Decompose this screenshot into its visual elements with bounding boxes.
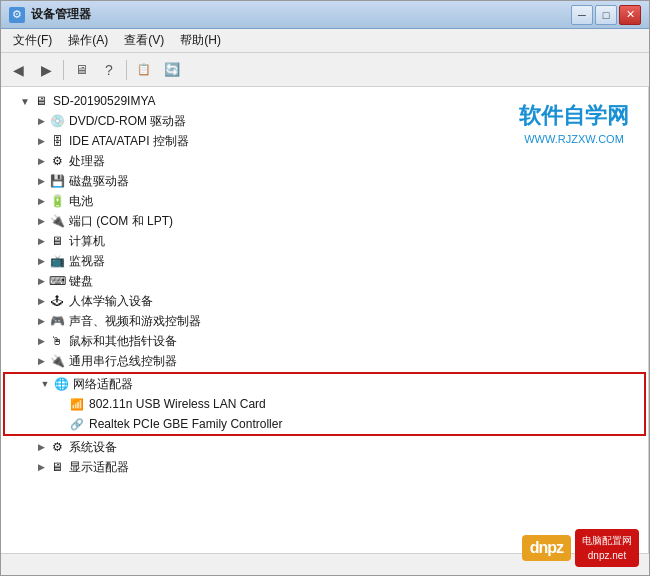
computer-icon: 🖥 — [33, 93, 49, 109]
cpu-icon: ⚙ — [49, 153, 65, 169]
audio-expand-icon[interactable]: ▶ — [33, 316, 49, 326]
wifi-adapter-item[interactable]: 📶 802.11n USB Wireless LAN Card — [5, 394, 644, 414]
root-label: SD-20190529IMYA — [53, 94, 156, 108]
back-button[interactable]: ◀ — [5, 57, 31, 83]
computer-label: 计算机 — [69, 233, 105, 250]
root-expand-icon[interactable]: ▼ — [17, 96, 33, 107]
list-item[interactable]: ▶ 🖥 显示适配器 — [1, 457, 648, 477]
sys-icon: ⚙ — [49, 439, 65, 455]
maximize-button[interactable]: □ — [595, 5, 617, 25]
network-expand-icon[interactable]: ▼ — [37, 379, 53, 389]
ide-icon: 🗄 — [49, 133, 65, 149]
monitor-icon: 📺 — [49, 253, 65, 269]
cpu-label: 处理器 — [69, 153, 105, 170]
ethernet-adapter-item[interactable]: 🔗 Realtek PCIe GBE Family Controller — [5, 414, 644, 434]
eth-icon: 🔗 — [69, 416, 85, 432]
refresh-button[interactable]: 🔄 — [159, 57, 185, 83]
toolbar-separator-2 — [126, 60, 127, 80]
port-label: 端口 (COM 和 LPT) — [69, 213, 173, 230]
device-manager-window: ⚙ 设备管理器 ─ □ ✕ 文件(F) 操作(A) 查看(V) 帮助(H) ◀ … — [0, 0, 650, 576]
network-label: 网络适配器 — [73, 376, 133, 393]
properties-button[interactable]: 📋 — [131, 57, 157, 83]
list-item[interactable]: ▶ 🔋 电池 — [1, 191, 648, 211]
ide-expand-icon[interactable]: ▶ — [33, 136, 49, 146]
device-tree[interactable]: ▼ 🖥 SD-20190529IMYA ▶ 💿 DVD/CD-ROM 驱动器 ▶… — [1, 87, 649, 553]
list-item[interactable]: ▶ 📺 监视器 — [1, 251, 648, 271]
list-item[interactable]: ▶ 💾 磁盘驱动器 — [1, 171, 648, 191]
close-button[interactable]: ✕ — [619, 5, 641, 25]
battery-expand-icon[interactable]: ▶ — [33, 196, 49, 206]
forward-button[interactable]: ▶ — [33, 57, 59, 83]
list-item[interactable]: ▶ 🎮 声音、视频和游戏控制器 — [1, 311, 648, 331]
cpu-expand-icon[interactable]: ▶ — [33, 156, 49, 166]
list-item[interactable]: ▶ 🖱 鼠标和其他指针设备 — [1, 331, 648, 351]
menu-help[interactable]: 帮助(H) — [172, 30, 229, 51]
hid-icon: 🕹 — [49, 293, 65, 309]
network-icon: 🌐 — [53, 376, 69, 392]
menu-file[interactable]: 文件(F) — [5, 30, 60, 51]
network-adapter-item[interactable]: ▼ 🌐 网络适配器 — [5, 374, 644, 394]
help-button[interactable]: ? — [96, 57, 122, 83]
window-title: 设备管理器 — [31, 6, 571, 23]
eth-label: Realtek PCIe GBE Family Controller — [89, 417, 282, 431]
list-item[interactable]: ▶ 💿 DVD/CD-ROM 驱动器 — [1, 111, 648, 131]
toolbar-separator-1 — [63, 60, 64, 80]
audio-label: 声音、视频和游戏控制器 — [69, 313, 201, 330]
port-icon: 🔌 — [49, 213, 65, 229]
disk-expand-icon[interactable]: ▶ — [33, 176, 49, 186]
pc-icon: 🖥 — [49, 233, 65, 249]
display-label: 显示适配器 — [69, 459, 129, 476]
display-expand-icon[interactable]: ▶ — [33, 462, 49, 472]
audio-icon: 🎮 — [49, 313, 65, 329]
usb-icon: 🔌 — [49, 353, 65, 369]
dvd-label: DVD/CD-ROM 驱动器 — [69, 113, 186, 130]
keyboard-icon: ⌨ — [49, 273, 65, 289]
monitor-expand-icon[interactable]: ▶ — [33, 256, 49, 266]
title-bar: ⚙ 设备管理器 ─ □ ✕ — [1, 1, 649, 29]
keyboard-label: 键盘 — [69, 273, 93, 290]
wifi-label: 802.11n USB Wireless LAN Card — [89, 397, 266, 411]
mouse-expand-icon[interactable]: ▶ — [33, 336, 49, 346]
status-bar — [1, 553, 649, 575]
ide-label: IDE ATA/ATAPI 控制器 — [69, 133, 189, 150]
battery-label: 电池 — [69, 193, 93, 210]
mouse-icon: 🖱 — [49, 333, 65, 349]
list-item[interactable]: ▶ ⌨ 键盘 — [1, 271, 648, 291]
sys-label: 系统设备 — [69, 439, 117, 456]
tree-root[interactable]: ▼ 🖥 SD-20190529IMYA — [1, 91, 648, 111]
list-item[interactable]: ▶ 🔌 端口 (COM 和 LPT) — [1, 211, 648, 231]
battery-icon: 🔋 — [49, 193, 65, 209]
list-item[interactable]: ▶ ⚙ 系统设备 — [1, 437, 648, 457]
window-icon: ⚙ — [9, 7, 25, 23]
disk-label: 磁盘驱动器 — [69, 173, 129, 190]
list-item[interactable]: ▶ 🗄 IDE ATA/ATAPI 控制器 — [1, 131, 648, 151]
port-expand-icon[interactable]: ▶ — [33, 216, 49, 226]
disk-icon: 💾 — [49, 173, 65, 189]
usb-label: 通用串行总线控制器 — [69, 353, 177, 370]
toolbar: ◀ ▶ 🖥 ? 📋 🔄 — [1, 53, 649, 87]
hid-expand-icon[interactable]: ▶ — [33, 296, 49, 306]
menu-view[interactable]: 查看(V) — [116, 30, 172, 51]
main-content: ▼ 🖥 SD-20190529IMYA ▶ 💿 DVD/CD-ROM 驱动器 ▶… — [1, 87, 649, 553]
list-item[interactable]: ▶ 🖥 计算机 — [1, 231, 648, 251]
sys-expand-icon[interactable]: ▶ — [33, 442, 49, 452]
keyboard-expand-icon[interactable]: ▶ — [33, 276, 49, 286]
network-adapter-section: ▼ 🌐 网络适配器 📶 802.11n USB Wireless LAN Car… — [3, 372, 646, 436]
hid-label: 人体学输入设备 — [69, 293, 153, 310]
list-item[interactable]: ▶ 🔌 通用串行总线控制器 — [1, 351, 648, 371]
list-item[interactable]: ▶ ⚙ 处理器 — [1, 151, 648, 171]
mouse-label: 鼠标和其他指针设备 — [69, 333, 177, 350]
menu-action[interactable]: 操作(A) — [60, 30, 116, 51]
computer-button[interactable]: 🖥 — [68, 57, 94, 83]
window-controls: ─ □ ✕ — [571, 5, 641, 25]
dvd-expand-icon[interactable]: ▶ — [33, 116, 49, 126]
list-item[interactable]: ▶ 🕹 人体学输入设备 — [1, 291, 648, 311]
usb-expand-icon[interactable]: ▶ — [33, 356, 49, 366]
display-icon: 🖥 — [49, 459, 65, 475]
dvd-icon: 💿 — [49, 113, 65, 129]
monitor-label: 监视器 — [69, 253, 105, 270]
menu-bar: 文件(F) 操作(A) 查看(V) 帮助(H) — [1, 29, 649, 53]
wifi-icon: 📶 — [69, 396, 85, 412]
computer-expand-icon[interactable]: ▶ — [33, 236, 49, 246]
minimize-button[interactable]: ─ — [571, 5, 593, 25]
